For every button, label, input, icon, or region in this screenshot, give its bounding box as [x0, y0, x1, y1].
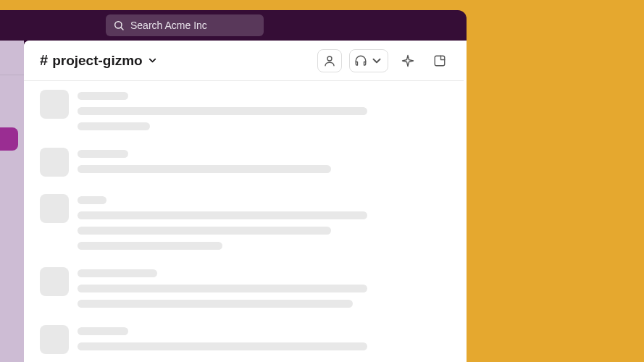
svg-line-1: [121, 28, 123, 30]
ai-sparkle-button[interactable]: [396, 49, 420, 72]
message-list: [24, 81, 464, 362]
workspace-switcher[interactable]: Inc: [0, 43, 24, 75]
sidebar-skeleton: [0, 153, 24, 174]
headphones-icon: [354, 54, 367, 67]
huddle-button[interactable]: [349, 49, 388, 72]
search-icon: [113, 20, 125, 31]
sidebar-skeleton: [0, 184, 24, 204]
header-actions: [317, 49, 452, 72]
sidebar-channel-project-gizmo[interactable]: ject-gizmo: [0, 127, 18, 151]
app-window: Search Acme Inc Inc ject-gi: [0, 10, 467, 362]
chevron-down-icon: [147, 55, 158, 66]
sidebar-skeleton: [0, 83, 24, 103]
message-skeleton: [40, 84, 448, 142]
avatar-skeleton: [40, 194, 69, 223]
canvas-icon: [433, 54, 446, 67]
avatar-skeleton: [40, 325, 69, 354]
message-skeleton: [40, 319, 448, 362]
channel-title-button[interactable]: # project-gizmo: [40, 52, 158, 69]
hash-icon: #: [40, 52, 48, 69]
message-skeleton: [40, 261, 448, 319]
canvas-button[interactable]: [427, 49, 452, 72]
search-placeholder: Search Acme Inc: [130, 20, 207, 31]
search-input[interactable]: Search Acme Inc: [106, 14, 264, 36]
sidebar-skeleton: [0, 103, 24, 123]
avatar-skeleton: [40, 267, 69, 296]
message-skeleton: [40, 142, 448, 188]
svg-rect-3: [435, 56, 445, 66]
svg-point-2: [327, 56, 332, 61]
avatar-skeleton: [40, 90, 69, 119]
message-skeleton: [40, 188, 448, 261]
chevron-down-icon: [370, 54, 383, 67]
avatar-skeleton: [40, 148, 69, 177]
sparkle-icon: [401, 54, 414, 67]
main-area: Inc ject-gizmo: [0, 41, 467, 362]
title-bar: Search Acme Inc: [0, 10, 467, 41]
channel-header: # project-gizmo: [24, 41, 464, 81]
content-pane: # project-gizmo: [24, 41, 467, 362]
person-icon: [323, 54, 336, 67]
members-button[interactable]: [317, 49, 342, 72]
channel-name: project-gizmo: [52, 53, 143, 69]
